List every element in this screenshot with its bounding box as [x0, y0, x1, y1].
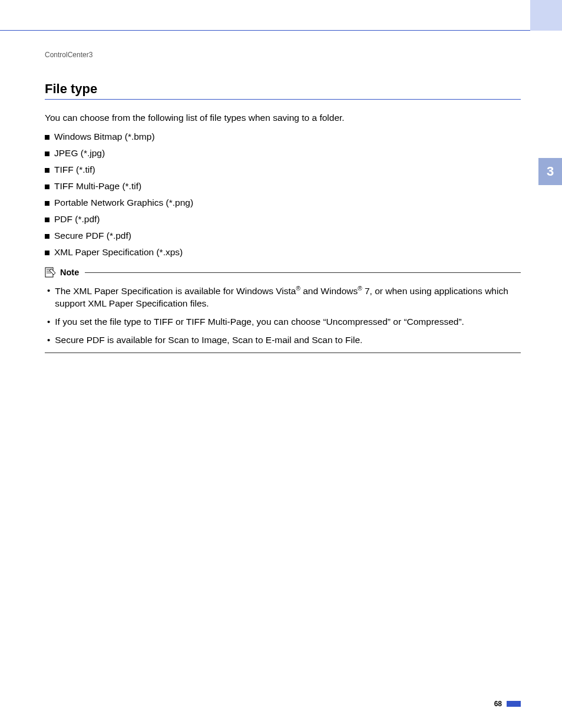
square-bullet-icon: [45, 234, 49, 239]
note-item: • The XML Paper Specification is availab…: [45, 285, 521, 310]
square-bullet-icon: [45, 201, 49, 206]
note-list: • The XML Paper Specification is availab…: [45, 285, 521, 347]
file-type-list: Windows Bitmap (*.bmp) JPEG (*.jpg) TIFF…: [45, 131, 521, 258]
list-item-text: JPEG (*.jpg): [54, 148, 105, 159]
list-item: Secure PDF (*.pdf): [45, 230, 521, 241]
note-divider: [85, 272, 521, 273]
list-item-text: Secure PDF (*.pdf): [54, 230, 131, 241]
list-item-text: PDF (*.pdf): [54, 214, 100, 225]
page-number: 68: [494, 700, 502, 708]
intro-text: You can choose from the following list o…: [45, 113, 521, 123]
list-item: XML Paper Specification (*.xps): [45, 247, 521, 258]
list-item-text: XML Paper Specification (*.xps): [54, 247, 183, 258]
chapter-tab: 3: [538, 158, 562, 185]
note-text: If you set the file type to TIFF or TIFF…: [55, 316, 521, 328]
section-heading: File type: [45, 81, 521, 100]
note-header: Note: [45, 267, 521, 278]
note-item: • Secure PDF is available for Scan to Im…: [45, 334, 521, 347]
page-content: ControlCenter3 File type You can choose …: [0, 31, 562, 353]
dot-bullet-icon: •: [47, 285, 50, 297]
top-bar: [0, 0, 562, 31]
dot-bullet-icon: •: [47, 334, 50, 346]
square-bullet-icon: [45, 218, 49, 222]
page-bar-accent: [507, 701, 521, 707]
list-item-text: Portable Network Graphics (*.png): [54, 197, 193, 208]
note-label: Note: [60, 268, 79, 277]
note-item: • If you set the file type to TIFF or TI…: [45, 316, 521, 328]
square-bullet-icon: [45, 151, 49, 156]
list-item: TIFF Multi-Page (*.tif): [45, 181, 521, 192]
list-item: Portable Network Graphics (*.png): [45, 197, 521, 208]
list-item-text: Windows Bitmap (*.bmp): [54, 131, 155, 142]
note-icon: [45, 267, 57, 278]
breadcrumb: ControlCenter3: [45, 51, 521, 59]
list-item: TIFF (*.tif): [45, 164, 521, 175]
list-item: JPEG (*.jpg): [45, 148, 521, 159]
square-bullet-icon: [45, 168, 49, 173]
square-bullet-icon: [45, 251, 49, 255]
list-item-text: TIFF Multi-Page (*.tif): [54, 181, 141, 192]
note-text: The XML Paper Specification is available…: [55, 285, 521, 310]
square-bullet-icon: [45, 185, 49, 189]
note-close-divider: [45, 353, 521, 353]
square-bullet-icon: [45, 135, 49, 140]
dot-bullet-icon: •: [47, 316, 50, 328]
list-item: PDF (*.pdf): [45, 214, 521, 225]
note-text: Secure PDF is available for Scan to Imag…: [55, 334, 521, 347]
list-item: Windows Bitmap (*.bmp): [45, 131, 521, 142]
list-item-text: TIFF (*.tif): [54, 164, 95, 175]
page-footer: 68: [494, 700, 521, 708]
